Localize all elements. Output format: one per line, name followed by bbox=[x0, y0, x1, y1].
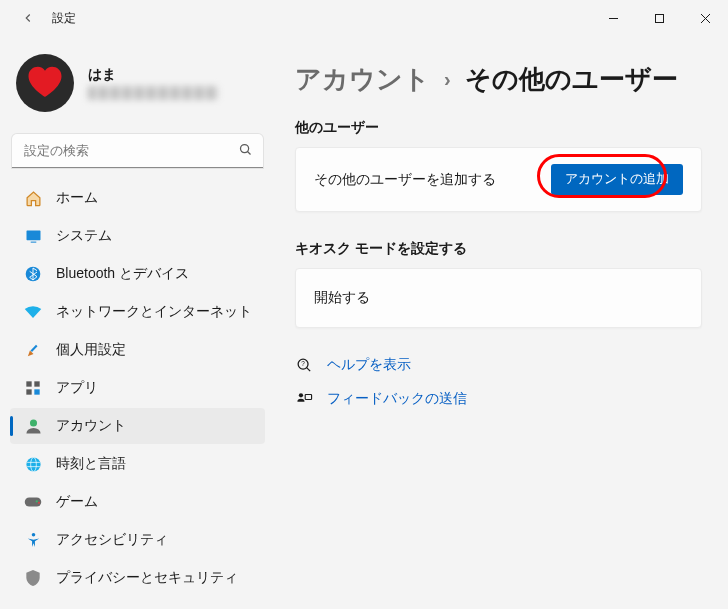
brush-icon bbox=[24, 341, 42, 359]
main-pane: アカウント › その他のユーザー 他のユーザー その他のユーザーを追加する アカ… bbox=[275, 36, 728, 609]
bluetooth-icon bbox=[24, 265, 42, 283]
nav-accounts[interactable]: アカウント bbox=[10, 408, 265, 444]
section-other-users-title: 他のユーザー bbox=[295, 119, 702, 137]
system-icon bbox=[24, 227, 42, 245]
svg-point-24 bbox=[298, 393, 302, 397]
page-title: その他のユーザー bbox=[465, 62, 678, 97]
help-link-row[interactable]: ? ヘルプを表示 bbox=[295, 356, 702, 374]
search-box[interactable] bbox=[12, 134, 263, 168]
feedback-link[interactable]: フィードバックの送信 bbox=[327, 390, 467, 408]
svg-line-5 bbox=[248, 152, 251, 155]
svg-rect-1 bbox=[655, 14, 663, 22]
svg-point-4 bbox=[241, 145, 249, 153]
nav-privacy[interactable]: プライバシーとセキュリティ bbox=[10, 560, 265, 596]
nav-network[interactable]: ネットワークとインターネット bbox=[10, 294, 265, 330]
nav-gaming[interactable]: ゲーム bbox=[10, 484, 265, 520]
window-title: 設定 bbox=[52, 10, 76, 27]
svg-point-15 bbox=[26, 457, 40, 471]
svg-text:?: ? bbox=[301, 360, 305, 367]
nav-system[interactable]: システム bbox=[10, 218, 265, 254]
profile-email-obscured bbox=[88, 86, 218, 100]
nav-time-language[interactable]: 時刻と言語 bbox=[10, 446, 265, 482]
person-icon bbox=[24, 417, 42, 435]
svg-rect-9 bbox=[30, 344, 37, 351]
card-add-other-user: その他のユーザーを追加する アカウントの追加 bbox=[295, 147, 702, 212]
section-kiosk-title: キオスク モードを設定する bbox=[295, 240, 702, 258]
chevron-right-icon: › bbox=[444, 68, 451, 91]
svg-rect-7 bbox=[30, 242, 36, 243]
svg-point-20 bbox=[31, 533, 35, 537]
svg-point-19 bbox=[38, 502, 40, 504]
shield-icon bbox=[24, 569, 42, 587]
nav-windows-update[interactable]: Windows Update bbox=[10, 598, 265, 609]
nav-list: ホーム システム Bluetooth とデバイス ネットワークとインターネット … bbox=[10, 180, 265, 609]
add-other-user-text: その他のユーザーを追加する bbox=[314, 171, 496, 189]
globe-icon bbox=[24, 455, 42, 473]
svg-rect-12 bbox=[26, 389, 31, 394]
minimize-button[interactable] bbox=[590, 2, 636, 34]
sidebar: はま ホーム システム Bluetooth とデバイス ネットワークとインターネ… bbox=[0, 36, 275, 609]
search-input[interactable] bbox=[12, 134, 263, 168]
feedback-link-row[interactable]: フィードバックの送信 bbox=[295, 390, 702, 408]
search-icon bbox=[238, 142, 253, 160]
nav-accessibility[interactable]: アクセシビリティ bbox=[10, 522, 265, 558]
help-icon: ? bbox=[295, 356, 313, 374]
svg-rect-11 bbox=[34, 381, 39, 386]
close-button[interactable] bbox=[682, 2, 728, 34]
breadcrumb: アカウント › その他のユーザー bbox=[295, 62, 702, 97]
feedback-icon bbox=[295, 390, 313, 408]
nav-apps[interactable]: アプリ bbox=[10, 370, 265, 406]
gamepad-icon bbox=[24, 493, 42, 511]
svg-rect-10 bbox=[26, 381, 31, 386]
breadcrumb-parent[interactable]: アカウント bbox=[295, 62, 430, 97]
svg-point-18 bbox=[36, 500, 38, 502]
svg-rect-6 bbox=[26, 230, 40, 240]
nav-bluetooth[interactable]: Bluetooth とデバイス bbox=[10, 256, 265, 292]
kiosk-start-text: 開始する bbox=[314, 289, 370, 307]
back-button[interactable] bbox=[18, 8, 38, 28]
titlebar: 設定 bbox=[0, 0, 728, 36]
profile-name: はま bbox=[88, 66, 218, 84]
svg-line-22 bbox=[306, 367, 310, 371]
svg-rect-25 bbox=[305, 394, 311, 399]
svg-rect-13 bbox=[34, 389, 39, 394]
add-account-button[interactable]: アカウントの追加 bbox=[551, 164, 683, 195]
svg-point-14 bbox=[29, 419, 36, 426]
home-icon bbox=[24, 189, 42, 207]
help-link[interactable]: ヘルプを表示 bbox=[327, 356, 411, 374]
profile-block[interactable]: はま bbox=[10, 46, 265, 128]
nav-personalization[interactable]: 個人用設定 bbox=[10, 332, 265, 368]
maximize-button[interactable] bbox=[636, 2, 682, 34]
accessibility-icon bbox=[24, 531, 42, 549]
avatar bbox=[16, 54, 74, 112]
apps-icon bbox=[24, 379, 42, 397]
wifi-icon bbox=[24, 303, 42, 321]
nav-home[interactable]: ホーム bbox=[10, 180, 265, 216]
card-kiosk[interactable]: 開始する bbox=[295, 268, 702, 328]
